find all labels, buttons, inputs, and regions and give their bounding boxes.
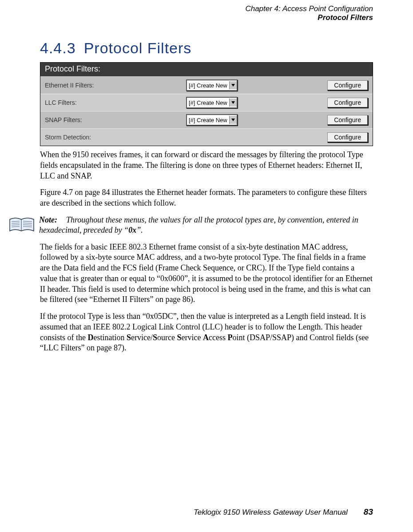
paragraph: Figure 4.7 on page 84 illustrates the Et…	[40, 187, 373, 209]
note-body-pre: Throughout these menus, the values for a…	[39, 215, 358, 234]
page-footer: Teklogix 9150 Wireless Gateway User Manu…	[40, 507, 373, 517]
filter-row-snap: SNAP Filters: [#] Create New Configure	[40, 111, 373, 128]
protocol-filters-panel: Protocol Filters: Ethernet II Filters: […	[40, 62, 373, 146]
note-block: Note:Throughout these menus, the values …	[9, 215, 373, 236]
paragraph: The fields for a basic IEEE 802.3 Ethern…	[40, 242, 373, 306]
filter-label: SNAP Filters:	[40, 116, 183, 123]
book-note-icon	[9, 216, 35, 234]
panel-title: Protocol Filters:	[40, 63, 373, 76]
running-header: Chapter 4: Access Point Configuration Pr…	[40, 4, 373, 22]
section-heading: 4.4.3Protocol Filters	[40, 40, 373, 57]
dropdown-arrow-icon	[229, 99, 237, 107]
dropdown-arrow-icon	[229, 81, 237, 89]
filter-label: Storm Detection:	[40, 134, 183, 141]
bold-letter: A	[203, 333, 209, 342]
svg-marker-1	[231, 101, 235, 104]
filter-label: Ethernet II Filters:	[40, 82, 183, 89]
bold-letter: S	[177, 333, 181, 342]
configure-button[interactable]: Configure	[327, 132, 368, 143]
section-title: Protocol Filters	[84, 40, 192, 56]
bold-letter: D	[88, 333, 94, 342]
section-number: 4.4.3	[40, 40, 76, 56]
svg-marker-0	[231, 84, 235, 87]
svg-marker-2	[231, 119, 235, 121]
configure-button[interactable]: Configure	[327, 80, 368, 91]
configure-button[interactable]: Configure	[327, 98, 368, 108]
note-text: Note:Throughout these menus, the values …	[39, 215, 373, 236]
bold-letter: P	[227, 333, 232, 342]
filter-row-ethernet2: Ethernet II Filters: [#] Create New Conf…	[40, 76, 373, 94]
filter-row-llc: LLC Filters: [#] Create New Configure	[40, 94, 373, 111]
select-value: [#] Create New	[189, 117, 227, 123]
note-hex: 0x	[128, 226, 136, 234]
filter-label: LLC Filters:	[40, 99, 183, 106]
ethernet2-select[interactable]: [#] Create New	[186, 79, 238, 91]
snap-select[interactable]: [#] Create New	[186, 114, 238, 126]
text: ervice	[182, 333, 203, 342]
bold-letter: S	[127, 333, 131, 342]
select-value: [#] Create New	[189, 82, 227, 89]
configure-button[interactable]: Configure	[327, 115, 368, 125]
llc-select[interactable]: [#] Create New	[186, 97, 238, 108]
dropdown-arrow-icon	[229, 116, 237, 124]
section-line: Protocol Filters	[40, 13, 373, 22]
paragraph: If the protocol Type is less than “0x05D…	[40, 311, 373, 353]
note-label: Note:	[39, 215, 57, 224]
paragraph: When the 9150 receives frames, it can fo…	[40, 150, 373, 181]
select-value: [#] Create New	[189, 99, 227, 106]
chapter-line: Chapter 4: Access Point Configuration	[40, 4, 373, 13]
bold-letter: S	[153, 333, 157, 342]
filter-row-storm: Storm Detection: Configure	[40, 128, 373, 146]
note-body-post: ”.	[136, 226, 143, 234]
text: ource	[157, 333, 177, 342]
text: ervice/	[131, 333, 153, 342]
page-number: 83	[364, 507, 373, 517]
manual-title: Teklogix 9150 Wireless Gateway User Manu…	[194, 508, 348, 517]
text: ccess	[209, 333, 227, 342]
text: estination	[94, 333, 127, 342]
